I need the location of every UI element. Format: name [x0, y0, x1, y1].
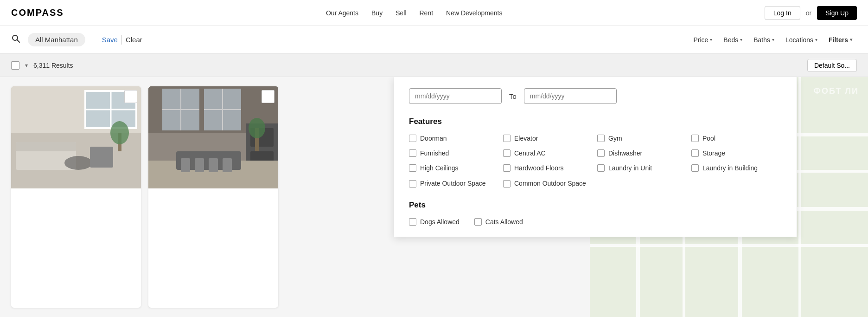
cats-allowed-label: Cats Allowed: [485, 218, 523, 226]
date-range-row: To: [409, 88, 782, 104]
feature-laundry-building[interactable]: Laundry in Building: [691, 164, 782, 172]
pets-grid: Dogs Allowed Cats Allowed: [409, 218, 782, 226]
select-all-chevron[interactable]: ▾: [25, 62, 28, 69]
feature-dishwasher[interactable]: Dishwasher: [597, 149, 688, 157]
property-card: [11, 86, 141, 308]
hardwood-floors-label: Hardwood Floors: [514, 164, 564, 172]
high-ceilings-label: High Ceilings: [420, 164, 458, 172]
locations-filter-button[interactable]: Locations ▾: [781, 34, 822, 45]
main-nav: Our Agents Buy Sell Rent New Development…: [326, 9, 503, 17]
nav-new-developments[interactable]: New Developments: [446, 9, 502, 17]
compass-logo: COMPASS: [11, 7, 64, 18]
gym-checkbox[interactable]: [597, 135, 605, 142]
divider: [121, 35, 122, 45]
feature-cats-allowed[interactable]: Cats Allowed: [474, 218, 523, 226]
svg-point-13: [110, 121, 129, 144]
dishwasher-checkbox[interactable]: [597, 149, 605, 157]
feature-storage[interactable]: Storage: [691, 149, 782, 157]
hardwood-floors-checkbox[interactable]: [503, 164, 511, 172]
room-image-2: [148, 86, 278, 188]
clear-search-button[interactable]: Clear: [126, 36, 142, 44]
feature-gym[interactable]: Gym: [597, 135, 688, 142]
svg-rect-29: [195, 158, 204, 172]
common-outdoor-checkbox[interactable]: [503, 180, 511, 188]
furnished-checkbox[interactable]: [409, 149, 416, 157]
high-ceilings-checkbox[interactable]: [409, 164, 416, 172]
search-icon[interactable]: [11, 34, 20, 45]
svg-point-33: [249, 118, 265, 138]
room-image-1: [11, 86, 141, 188]
pool-checkbox[interactable]: [691, 135, 699, 142]
map-label: ФОБТ ЛИ: [814, 86, 859, 96]
nav-sell[interactable]: Sell: [396, 9, 406, 17]
nav-buy[interactable]: Buy: [371, 9, 383, 17]
property-cards-area: [0, 77, 289, 317]
storage-label: Storage: [702, 149, 725, 157]
storage-checkbox[interactable]: [691, 149, 699, 157]
results-count: 6,311 Results: [33, 62, 73, 69]
date-to-input[interactable]: [524, 88, 617, 104]
feature-private-outdoor[interactable]: Private Outdoor Space: [409, 179, 499, 188]
feature-doorman[interactable]: Doorman: [409, 135, 499, 142]
pets-section: Pets Dogs Allowed Cats Allowed: [409, 201, 782, 226]
cats-allowed-checkbox[interactable]: [474, 218, 482, 226]
features-grid: Doorman Elevator Gym Pool Furnished C: [409, 135, 782, 188]
property-card: [148, 86, 278, 308]
beds-filter-button[interactable]: Beds ▾: [719, 34, 747, 45]
svg-rect-42: [798, 77, 801, 317]
price-filter-button[interactable]: Price ▾: [689, 34, 717, 45]
laundry-unit-checkbox[interactable]: [597, 164, 605, 172]
svg-rect-30: [209, 158, 218, 172]
nav-rent[interactable]: Rent: [420, 9, 434, 17]
chevron-down-icon: ▾: [710, 37, 712, 42]
feature-pool[interactable]: Pool: [691, 135, 782, 142]
private-outdoor-checkbox[interactable]: [409, 180, 416, 188]
svg-rect-14: [90, 147, 113, 168]
header: COMPASS Our Agents Buy Sell Rent New Dev…: [0, 0, 868, 26]
favorite-button[interactable]: [262, 90, 274, 103]
header-actions: Log In or Sign Up: [765, 6, 857, 20]
save-search-button[interactable]: Save: [102, 36, 118, 44]
feature-hardwood-floors[interactable]: Hardwood Floors: [503, 164, 594, 172]
private-outdoor-label: Private Outdoor Space: [420, 179, 486, 188]
filter-group: Price ▾ Beds ▾ Baths ▾ Locations ▾ Filte…: [689, 34, 857, 45]
feature-common-outdoor[interactable]: Common Outdoor Space: [503, 179, 594, 188]
filter-panel: To Features Doorman Elevator Gym Pool: [394, 77, 797, 237]
login-button[interactable]: Log In: [765, 6, 800, 20]
pets-title: Pets: [409, 201, 782, 210]
baths-filter-button[interactable]: Baths ▾: [749, 34, 779, 45]
central-ac-checkbox[interactable]: [503, 149, 511, 157]
signup-button[interactable]: Sign Up: [817, 6, 857, 20]
elevator-checkbox[interactable]: [503, 135, 511, 142]
feature-elevator[interactable]: Elevator: [503, 135, 594, 142]
laundry-unit-label: Laundry in Unit: [608, 164, 652, 172]
feature-furnished[interactable]: Furnished: [409, 149, 499, 157]
feature-laundry-unit[interactable]: Laundry in Unit: [597, 164, 688, 172]
doorman-checkbox[interactable]: [409, 135, 416, 142]
laundry-building-checkbox[interactable]: [691, 164, 699, 172]
pool-label: Pool: [702, 135, 715, 142]
svg-rect-38: [590, 244, 868, 247]
chevron-down-icon: ▾: [772, 37, 774, 42]
filters-button[interactable]: Filters ▾: [824, 34, 857, 45]
feature-high-ceilings[interactable]: High Ceilings: [409, 164, 499, 172]
dishwasher-label: Dishwasher: [608, 149, 642, 157]
feature-central-ac[interactable]: Central AC: [503, 149, 594, 157]
property-image: [148, 86, 278, 188]
svg-rect-10: [16, 142, 76, 151]
nav-our-agents[interactable]: Our Agents: [326, 9, 358, 17]
date-from-input[interactable]: [409, 88, 502, 104]
dogs-allowed-checkbox[interactable]: [409, 218, 416, 226]
feature-dogs-allowed[interactable]: Dogs Allowed: [409, 218, 460, 226]
sort-button[interactable]: Default So...: [807, 59, 857, 72]
features-title: Features: [409, 117, 782, 126]
search-actions: Save Clear: [102, 35, 142, 45]
svg-point-11: [64, 156, 92, 170]
doorman-label: Doorman: [420, 135, 447, 142]
select-all-checkbox[interactable]: [11, 61, 19, 70]
location-filter[interactable]: All Manhattan: [28, 33, 85, 46]
elevator-label: Elevator: [514, 135, 538, 142]
svg-rect-28: [181, 158, 190, 172]
favorite-button[interactable]: [124, 90, 137, 103]
chevron-down-icon: ▾: [815, 37, 817, 42]
